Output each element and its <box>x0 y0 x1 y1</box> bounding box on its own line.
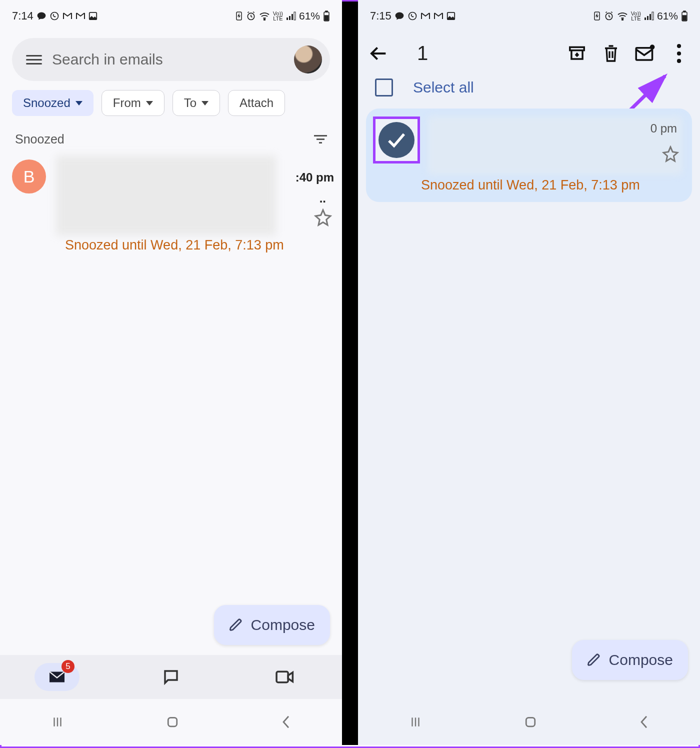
svg-rect-26 <box>570 47 584 50</box>
nav-meet[interactable] <box>262 663 308 691</box>
whatsapp-icon <box>50 11 60 21</box>
compose-label: Compose <box>251 616 315 634</box>
video-icon <box>275 669 295 685</box>
bottom-nav: 5 <box>0 655 342 699</box>
section-label: Snoozed <box>15 132 64 146</box>
mark-unread-icon[interactable] <box>634 42 656 64</box>
battery-saver-icon <box>593 11 601 21</box>
email-preview-redacted <box>428 116 682 174</box>
star-icon[interactable] <box>662 146 679 162</box>
home-button[interactable] <box>165 714 180 730</box>
chip-snoozed[interactable]: Snoozed <box>12 90 94 116</box>
svg-rect-5 <box>286 18 288 20</box>
status-bar-right: 7:15 Vo))LTE 61% <box>358 0 700 32</box>
battery-pct: 61% <box>657 10 678 22</box>
gmail-m-icon-2 <box>76 12 86 20</box>
status-time: 7:15 <box>370 10 392 22</box>
svg-rect-33 <box>526 718 535 726</box>
compose-label: Compose <box>609 652 673 668</box>
compose-button[interactable]: Compose <box>214 605 330 645</box>
chat-bubble-icon <box>394 11 404 21</box>
signal-icon <box>286 12 296 20</box>
recents-button[interactable] <box>50 716 65 728</box>
svg-rect-20 <box>647 16 648 20</box>
whatsapp-icon <box>408 11 418 21</box>
filter-chips: Snoozed From To Attach <box>0 90 342 123</box>
svg-point-18 <box>622 19 623 20</box>
selection-action-bar: 1 <box>358 32 700 74</box>
select-all-checkbox[interactable] <box>375 78 393 96</box>
svg-rect-11 <box>325 16 328 20</box>
selected-email-item[interactable]: 0 pm Snoozed until Wed, 21 Feb, 7:13 pm <box>366 108 692 202</box>
back-button[interactable] <box>638 714 650 730</box>
nav-mail[interactable]: 5 <box>34 663 80 691</box>
more-icon[interactable] <box>668 42 690 64</box>
svg-rect-22 <box>652 12 654 20</box>
home-button[interactable] <box>523 714 538 730</box>
svg-rect-10 <box>326 11 328 12</box>
email-time: :40 pm <box>296 170 334 184</box>
svg-point-29 <box>677 44 681 48</box>
back-button[interactable] <box>280 714 292 730</box>
compose-button[interactable]: Compose <box>572 640 688 680</box>
back-arrow-icon[interactable] <box>368 42 390 64</box>
signal-icon <box>644 12 654 20</box>
phone-left: 7:14 Vo))LTE 61% Search in emails <box>0 0 342 745</box>
svg-rect-27 <box>636 48 652 60</box>
svg-rect-12 <box>276 672 288 682</box>
recents-button[interactable] <box>408 716 423 728</box>
svg-point-31 <box>677 58 681 62</box>
profile-avatar[interactable] <box>294 46 322 74</box>
battery-pct: 61% <box>299 10 320 22</box>
svg-rect-6 <box>289 16 290 20</box>
image-icon <box>446 12 456 20</box>
alarm-icon <box>246 11 256 21</box>
system-nav <box>358 699 700 745</box>
battery-icon <box>323 10 330 22</box>
chip-from[interactable]: From <box>102 90 164 116</box>
archive-icon[interactable] <box>566 42 588 64</box>
mail-icon <box>48 670 66 684</box>
checkmark-avatar[interactable] <box>378 122 414 158</box>
chip-to[interactable]: To <box>172 90 220 116</box>
search-placeholder: Search in emails <box>52 51 284 68</box>
volte-label: Vo))LTE <box>631 11 641 21</box>
battery-saver-icon <box>235 11 243 21</box>
menu-icon[interactable] <box>26 55 42 64</box>
pencil-icon <box>229 618 243 632</box>
filter-icon[interactable] <box>314 135 327 144</box>
email-time: 0 pm <box>650 122 677 136</box>
svg-rect-25 <box>683 16 686 20</box>
chat-icon <box>162 668 180 686</box>
status-bar: 7:14 Vo))LTE 61% <box>0 0 342 32</box>
wifi-icon <box>259 12 270 20</box>
select-all-row[interactable]: Select all <box>358 74 700 108</box>
gmail-m-icon <box>62 12 72 20</box>
nav-chat[interactable] <box>148 663 194 691</box>
email-preview-redacted <box>56 156 276 236</box>
email-ellipsis: .. <box>320 192 326 206</box>
phone-right: 7:15 Vo))LTE 61% 1 <box>358 0 700 745</box>
selected-count: 1 <box>417 42 554 64</box>
alarm-icon <box>604 11 614 21</box>
star-icon[interactable] <box>314 208 332 226</box>
gmail-m-icon <box>420 12 430 20</box>
status-time: 7:14 <box>12 10 34 22</box>
sender-avatar[interactable]: B <box>12 160 46 194</box>
search-bar[interactable]: Search in emails <box>12 38 330 81</box>
pencil-icon <box>587 653 601 667</box>
chip-attachment[interactable]: Attach <box>228 90 285 116</box>
section-header: Snoozed <box>0 123 342 150</box>
wifi-icon <box>617 12 628 20</box>
volte-label: Vo))LTE <box>273 11 283 21</box>
svg-rect-8 <box>294 12 296 20</box>
email-item[interactable]: B :40 pm .. <box>0 150 342 236</box>
trash-icon[interactable] <box>600 42 622 64</box>
snoozed-until-label: Snoozed until Wed, 21 Feb, 7:13 pm <box>373 174 682 193</box>
snoozed-until-label: Snoozed until Wed, 21 Feb, 7:13 pm <box>0 236 342 253</box>
svg-rect-21 <box>650 14 651 20</box>
svg-point-14 <box>408 12 416 20</box>
svg-rect-24 <box>684 11 686 12</box>
svg-point-28 <box>650 44 655 50</box>
svg-point-4 <box>264 19 265 20</box>
